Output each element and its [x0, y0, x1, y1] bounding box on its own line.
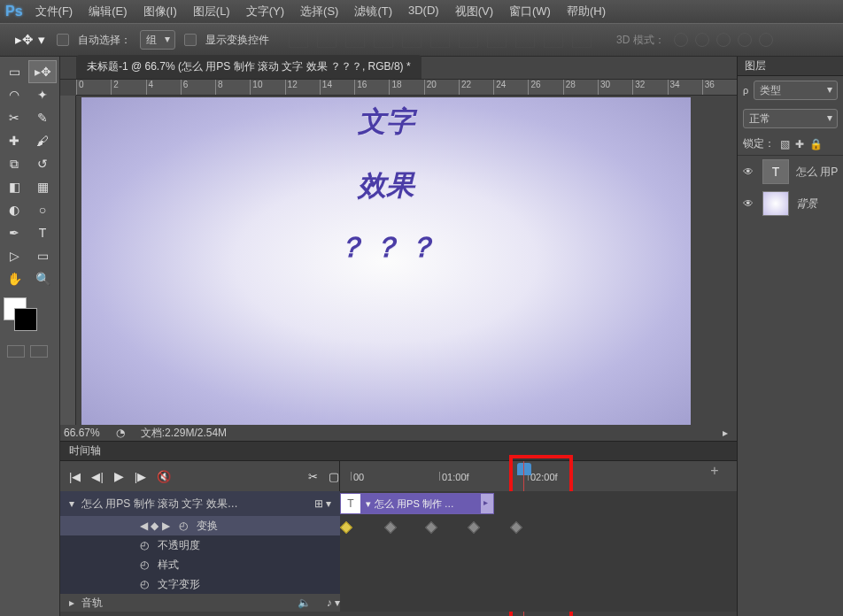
zoom-tool[interactable]: 🔍 — [28, 267, 57, 290]
mute-button[interactable]: 🔇 — [157, 470, 171, 483]
move-tool[interactable]: ▸✥ — [28, 60, 57, 83]
lock-all-icon[interactable]: 🔒 — [809, 138, 823, 150]
playhead-handle[interactable] — [517, 463, 531, 475]
menu-3d[interactable]: 3D(D) — [408, 4, 439, 19]
stopwatch-icon[interactable]: ◴ — [179, 520, 188, 532]
expand-icon[interactable]: ▾ — [69, 497, 74, 510]
layers-panel-title[interactable]: 图层 — [745, 58, 766, 73]
layer-filter-dropdown[interactable]: 类型 — [754, 81, 838, 100]
stamp-tool[interactable]: ⧉ — [0, 152, 28, 175]
show-transform-checkbox[interactable] — [184, 34, 197, 46]
timeline-ruler-area[interactable]: 00 01:00f 02:00f + — [340, 461, 737, 491]
goto-start-button[interactable]: |◀ — [69, 470, 81, 483]
text-tool[interactable]: T — [28, 221, 57, 244]
lock-pixels-icon[interactable]: ▧ — [780, 138, 790, 150]
track-property-warp[interactable]: ◴ 文字变形 — [60, 574, 340, 594]
transition-button[interactable]: ▢ — [329, 470, 339, 483]
distribute-icon[interactable] — [459, 32, 478, 48]
align-icon[interactable] — [345, 32, 365, 48]
menu-edit[interactable]: 编辑(E) — [89, 4, 127, 19]
quickmask-icon[interactable] — [7, 345, 25, 358]
keyframe[interactable] — [384, 521, 397, 534]
keyframe[interactable] — [510, 521, 522, 534]
audio-note-icon[interactable]: ♪ ▾ — [327, 597, 340, 609]
distribute-icon[interactable] — [544, 32, 563, 48]
menu-image[interactable]: 图像(I) — [143, 4, 177, 19]
align-icon[interactable] — [402, 32, 422, 48]
track-property-opacity[interactable]: ◴ 不透明度 — [60, 535, 340, 555]
healing-tool[interactable]: ✚ — [0, 129, 28, 152]
document-tab[interactable]: 未标题-1 @ 66.7% (怎么 用PS 制作 滚动 文字 效果 ？？？, R… — [76, 55, 422, 79]
distribute-icon[interactable] — [572, 32, 592, 48]
blur-tool[interactable]: ◐ — [0, 198, 28, 221]
color-swatches[interactable] — [4, 297, 39, 333]
timeline-track-area[interactable]: T ▾怎么 用PS 制作 … — [340, 491, 737, 612]
mode3d-icon[interactable] — [738, 33, 752, 47]
lasso-tool[interactable]: ◠ — [0, 83, 28, 106]
background-color[interactable] — [14, 308, 37, 331]
canvas-viewport[interactable]: 文字 效果 ？ ？ ？ — [76, 96, 737, 425]
status-docinfo[interactable]: 文档:2.29M/2.54M — [141, 426, 227, 441]
mode3d-icon[interactable] — [716, 33, 731, 47]
split-button[interactable]: ✂ — [308, 470, 318, 483]
path-select-tool[interactable]: ▷ — [0, 244, 28, 267]
track-property-style[interactable]: ◴ 样式 — [60, 555, 340, 574]
align-icon[interactable] — [289, 32, 308, 48]
play-button[interactable]: ▶ — [114, 469, 124, 483]
align-icon[interactable] — [374, 32, 393, 48]
distribute-icon[interactable] — [487, 32, 507, 48]
next-frame-button[interactable]: |▶ — [135, 470, 146, 483]
marquee-tool[interactable]: ▭ — [0, 60, 28, 83]
track-options-icon[interactable]: ⊞ ▾ — [314, 497, 331, 510]
gradient-tool[interactable]: ▦ — [28, 175, 57, 198]
keyframe[interactable] — [425, 521, 437, 534]
visibility-icon[interactable]: 👁 — [743, 166, 755, 178]
menu-help[interactable]: 帮助(H) — [567, 4, 606, 19]
menu-select[interactable]: 选择(S) — [300, 4, 338, 19]
menu-layer[interactable]: 图层(L) — [193, 4, 230, 19]
expand-icon[interactable]: ▸ — [69, 597, 74, 609]
stopwatch-icon[interactable]: ◴ — [140, 539, 149, 551]
keyframe[interactable] — [468, 521, 480, 534]
add-track-button[interactable]: + — [707, 463, 723, 479]
crop-tool[interactable]: ✂ — [0, 106, 28, 129]
timeline-tab[interactable]: 时间轴 — [69, 443, 101, 458]
wand-tool[interactable]: ✦ — [28, 83, 57, 106]
clip-transition-icon[interactable] — [481, 494, 493, 513]
menu-filter[interactable]: 滤镜(T) — [354, 4, 392, 19]
distribute-icon[interactable] — [430, 32, 450, 48]
track-header-main[interactable]: ▾ 怎么 用PS 制作 滚动 文字 效果… ⊞ ▾ — [60, 491, 340, 516]
mode3d-icon[interactable] — [674, 33, 688, 47]
keyframe[interactable] — [340, 521, 352, 534]
pen-tool[interactable]: ✒ — [0, 221, 28, 244]
audio-mute-icon[interactable]: 🔈 — [298, 597, 311, 609]
track-property-transform[interactable]: ◀ ◆ ▶ ◴ 变换 — [60, 516, 340, 535]
align-icon[interactable] — [317, 32, 336, 48]
keyframe-nav[interactable]: ◀ ◆ ▶ — [140, 520, 170, 532]
stopwatch-icon[interactable]: ◴ — [140, 558, 149, 571]
canvas[interactable]: 文字 效果 ？ ？ ？ — [81, 97, 691, 425]
status-arrow-icon[interactable]: ▸ — [723, 427, 728, 439]
audio-track-header[interactable]: ▸ 音轨 🔈 ♪ ▾ — [60, 594, 340, 612]
screenmode-icon[interactable] — [30, 345, 48, 358]
status-zoom[interactable]: 66.67% — [64, 427, 100, 439]
mode3d-icon[interactable] — [759, 33, 773, 47]
menu-file[interactable]: 文件(F) — [35, 4, 73, 19]
status-history-icon[interactable]: ◔ — [116, 427, 125, 439]
eraser-tool[interactable]: ◧ — [0, 175, 28, 198]
layer-item[interactable]: 👁 T 怎么 用P — [738, 156, 843, 188]
layer-item[interactable]: 👁 背景 — [738, 188, 843, 219]
layer-name[interactable]: 怎么 用P — [796, 165, 838, 180]
stopwatch-icon[interactable]: ◴ — [140, 578, 149, 590]
menu-view[interactable]: 视图(V) — [455, 4, 493, 19]
timeline-clip[interactable]: T ▾怎么 用PS 制作 … — [340, 493, 494, 514]
dodge-tool[interactable]: ○ — [28, 198, 57, 221]
distribute-icon[interactable] — [515, 32, 535, 48]
move-tool-indicator[interactable]: ▸✥ ▾ — [12, 30, 48, 50]
visibility-icon[interactable]: 👁 — [743, 197, 755, 210]
mode3d-icon[interactable] — [695, 33, 709, 47]
lock-position-icon[interactable]: ✚ — [795, 138, 804, 150]
shape-tool[interactable]: ▭ — [28, 244, 57, 267]
history-brush-tool[interactable]: ↺ — [28, 152, 57, 175]
menu-text[interactable]: 文字(Y) — [246, 4, 284, 19]
